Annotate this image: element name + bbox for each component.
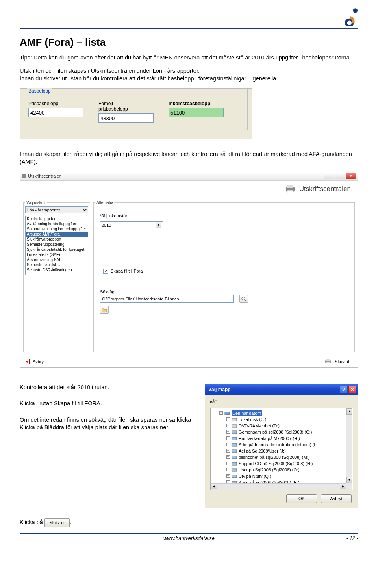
dialog-titlebar: Välj mapp ? ✕ [205,384,358,395]
list-item[interactable]: Senaste CSR-inläsningen [26,267,88,273]
svg-rect-16 [232,456,237,459]
basbelopp-screenshot: Basbelopp Prisbasbelopp Förhöjt prisbasb… [20,88,252,140]
list-item[interactable]: Årsuppg AMF/Fora [26,232,88,237]
drive-icon [232,430,237,434]
open-folder-button[interactable] [100,306,109,314]
tree-row[interactable]: +User på Sql2008 (Sql2008) (O:) [212,467,351,473]
inkomst-input[interactable] [169,108,224,117]
tree-expander-icon[interactable]: + [226,449,230,453]
tree-row[interactable]: +Aej på Sql2008\User (J:) [212,448,351,454]
year-label: Välj inkomstår [100,213,348,218]
svg-rect-11 [232,425,237,427]
list-item[interactable]: Semesteruppdatering [26,242,88,247]
folder-tree[interactable]: −Den här datorn+Lokal disk (C:)+DVD-RAM-… [210,408,353,490]
paragraph-tips: Tips: Detta kan du göra även efter det a… [20,54,358,62]
tree-expander-icon[interactable]: + [226,436,230,440]
year-value: 2010 [102,223,111,228]
svg-rect-19 [232,475,237,478]
tree-row[interactable]: +Support CD på Sql2008 (Sql2008) (N:) [212,460,351,467]
printer-icon [284,184,296,194]
tree-expander-icon[interactable]: + [226,424,230,427]
tree-item-label: Hantverksdata på Mx20007 (H:) [239,435,300,441]
tree-row[interactable]: +Adm på Intern administration (Intadm) (… [212,441,351,448]
report-listbox[interactable]: KontrolluppgifterAvstämning kontrolluppg… [25,216,88,275]
year-combo[interactable]: 2010 ▼ [100,221,163,229]
tree-expander-icon[interactable]: + [226,443,230,446]
tree-expander-icon[interactable]: + [226,468,230,471]
tree-expander-icon[interactable]: + [226,462,230,465]
window-close-button[interactable]: ✕ [346,173,356,179]
window-title-text: Utskriftscentralen [28,174,61,178]
tree-item-label: Utv på Ntutv (Q:) [239,473,271,479]
tree-item-label: DVD-RAM-enhet (D:) [239,423,280,429]
left-panel: Välj utskrift Lön - årsrapporter Kontrol… [23,200,90,352]
last-prefix: Klicka på [20,519,44,525]
drive-icon [232,449,237,453]
tree-row[interactable]: +bilanconet på sql2008 (Sql2008) (M:) [212,454,351,460]
tree-item-label: User på Sql2008 (Sql2008) (O:) [239,467,300,473]
list-item[interactable]: Sjukfrånvarostatistik för företaget [26,247,88,252]
tree-row[interactable]: +DVD-RAM-enhet (D:) [212,423,351,429]
scroll-right-button[interactable]: ▶ [340,484,346,489]
sokvag-input[interactable] [100,295,234,303]
fora-checkbox[interactable]: ✓ [103,269,108,274]
window-maximize-button[interactable]: □ [335,173,345,179]
tree-item-label: Den här datorn [232,410,262,416]
svg-rect-7 [326,359,330,361]
dialog-help-button[interactable]: ? [340,386,348,393]
tree-expander-icon[interactable]: + [226,474,230,478]
tree-row[interactable]: +Lokal disk (C:) [212,416,351,423]
chevron-down-icon: ▼ [156,222,161,228]
window-minimize-button[interactable]: — [324,173,334,179]
right-panel: Alternativ Välj inkomstår 2010 ▼ ✓ Skapa… [93,200,355,352]
browse-button[interactable] [239,295,248,303]
list-item[interactable]: Sammanställning kontrolluppgifter [26,226,88,232]
last-suffix: . [70,519,71,525]
tree-row[interactable]: +Gemensam på sql2008 (Sql2008) (G:) [212,429,351,435]
vertical-scrollbar[interactable]: ▲ ▼ [346,408,352,490]
tree-expander-icon[interactable]: + [226,455,230,459]
page-title: AMF (Fora) – lista [20,36,358,48]
tree-expander-icon[interactable]: + [226,430,230,434]
skrivut-button[interactable]: Skriv ut [44,518,70,527]
list-item[interactable]: Lönestatistik (SAF) [26,252,88,257]
tree-expander-icon[interactable]: − [219,411,223,415]
prisbasbelopp-label: Prisbasbelopp [28,101,83,106]
forhojt-label: Förhöjt prisbasbelopp [98,101,154,112]
scroll-down-button[interactable]: ▼ [346,477,352,483]
forhojt-input[interactable] [98,113,154,123]
scroll-left-button[interactable]: ◀ [211,484,217,489]
svg-point-4 [242,297,245,300]
list-item[interactable]: Semesterskuldslista [26,262,88,267]
list-item[interactable]: Årsredovisning SAF [26,257,88,262]
dialog-close-button[interactable]: ✕ [348,386,356,393]
close-icon[interactable]: ✕ [24,359,30,364]
utskriftscentralen-window: Utskriftscentralen — □ ✕ Utskriftscentra… [20,172,358,368]
horizontal-scrollbar[interactable]: ◀ ▶ [211,483,346,490]
inkomst-label: Inkomstbasbelopp [169,101,224,106]
magnifier-icon [241,296,246,302]
print-label[interactable]: Skriv ut [335,359,349,364]
drive-icon [232,417,237,422]
tree-row[interactable]: +Hantverksdata på Mx20007 (H:) [212,435,351,441]
list-item[interactable]: Kontrolluppgifter [26,216,88,221]
window-titlebar: Utskriftscentralen — □ ✕ [20,172,358,181]
dialog-description: èå□ [210,399,353,404]
forhojt-label-b: prisbasbelopp [98,106,128,112]
dialog-ok-button[interactable]: OK [286,494,317,503]
tree-row[interactable]: +Utv på Ntutv (Q:) [212,473,351,479]
tree-item-label: Gemensam på sql2008 (Sql2008) (G:) [239,429,312,435]
folder-open-icon [102,308,107,312]
scroll-up-button[interactable]: ▲ [346,408,352,415]
cancel-label[interactable]: Avbryt [33,359,45,364]
dialog-cancel-button[interactable]: Avbryt [321,494,352,503]
tree-expander-icon[interactable]: + [226,417,230,421]
list-item[interactable]: Avstämning kontrolluppgifter [26,221,88,226]
tree-row[interactable]: −Den här datorn [212,410,351,416]
printer-small-icon [324,359,332,364]
drive-icon [232,461,237,466]
report-group-select[interactable]: Lön - årsrapporter [25,206,88,213]
list-item[interactable]: Sjukfrånvarorapport [26,237,88,242]
prisbasbelopp-input[interactable] [28,108,83,117]
svg-rect-12 [232,431,237,434]
